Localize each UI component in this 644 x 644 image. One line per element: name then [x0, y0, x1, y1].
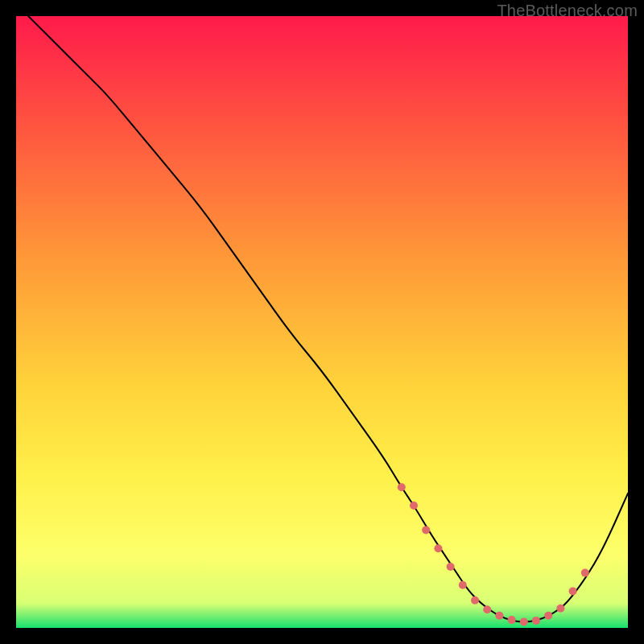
chart-frame: TheBottleneck.com	[0, 0, 644, 644]
watermark-text: TheBottleneck.com	[497, 2, 638, 20]
background-gradient	[16, 16, 628, 628]
plot-area	[16, 16, 628, 628]
svg-rect-0	[16, 16, 628, 628]
